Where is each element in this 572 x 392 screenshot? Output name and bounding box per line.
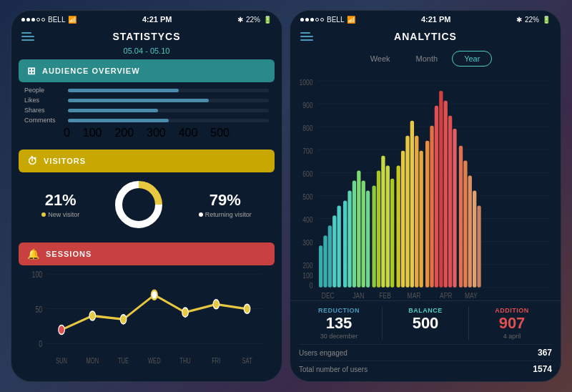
axis-400: 400	[179, 127, 198, 139]
rmenu-line-2	[300, 36, 313, 37]
svg-rect-72	[453, 129, 456, 288]
svg-text:DEC: DEC	[322, 291, 335, 300]
rdot2	[305, 18, 309, 21]
sessions-header: 🔔 SESSIONS	[19, 242, 275, 265]
bar-track-shares	[68, 109, 269, 112]
date-range: 05.04 - 05.10	[11, 46, 282, 59]
svg-rect-62	[405, 136, 409, 288]
menu-icon-right[interactable]	[300, 32, 313, 41]
svg-rect-70	[444, 101, 448, 288]
svg-text:600: 600	[302, 170, 313, 178]
svg-point-14	[213, 300, 220, 309]
svg-rect-64	[415, 136, 418, 288]
battery-icon-left: 🔋	[263, 16, 272, 24]
new-visitor-stat: 21% New visitor	[41, 191, 79, 218]
analytics-tabs: Week Month Year	[290, 46, 561, 71]
returning-visitor-dot	[199, 212, 203, 217]
bar-fill-likes	[68, 99, 209, 102]
audience-header: ⊞ AUDIENCE OVERVIEW	[19, 59, 275, 82]
menu-line-2	[21, 36, 34, 37]
time-left: 4:21 PM	[142, 15, 172, 24]
sessions-chart-svg: 100 50 0 SUN MON T	[23, 268, 270, 373]
svg-rect-60	[397, 166, 400, 288]
status-right-phone-right: ✱ 22% 🔋	[516, 16, 551, 24]
total-users-row: Total number of users 1574	[299, 361, 552, 377]
battery-left: 22%	[246, 16, 260, 24]
total-users-label: Total number of users	[299, 366, 368, 373]
donut-chart	[114, 180, 164, 230]
svg-rect-54	[366, 190, 370, 287]
audience-icon: ⊞	[27, 65, 36, 77]
svg-rect-44	[319, 245, 322, 288]
wifi-icon-right: 📶	[347, 16, 355, 24]
svg-text:MAY: MAY	[465, 291, 478, 300]
addition-label: ADDITION	[472, 307, 552, 314]
status-right-phone-left: BELL 📶	[300, 16, 355, 24]
tab-year[interactable]: Year	[452, 51, 492, 67]
menu-line-3	[21, 39, 34, 41]
left-phone-content: ⊞ AUDIENCE OVERVIEW People Likes	[11, 59, 282, 381]
svg-text:APR: APR	[440, 291, 453, 300]
page-title-right: ANALYTICS	[394, 31, 457, 42]
svg-text:400: 400	[302, 215, 313, 224]
svg-rect-67	[430, 126, 433, 288]
donut-svg	[114, 180, 164, 230]
analytics-stats: REDUCTION 135 30 december BALANCE 500 AD…	[290, 300, 561, 381]
svg-text:WED: WED	[148, 356, 161, 365]
reduction-block: REDUCTION 135 30 december	[299, 307, 379, 340]
tab-week[interactable]: Week	[359, 51, 402, 67]
svg-text:FEB: FEB	[379, 291, 391, 300]
bar-row-comments: Comments	[24, 117, 269, 124]
axis-0: 0	[64, 127, 70, 139]
svg-rect-46	[328, 225, 332, 288]
svg-text:900: 900	[302, 101, 313, 109]
left-phone: BELL 📶 4:21 PM ✱ 22% 🔋 STATISTYCS 05.04 …	[11, 10, 282, 382]
svg-rect-59	[390, 179, 394, 288]
new-visitor-dot	[41, 212, 46, 217]
balance-value: 500	[385, 314, 465, 333]
carrier-left: BELL	[48, 16, 65, 24]
svg-text:MON: MON	[87, 356, 99, 365]
svg-rect-50	[347, 190, 351, 287]
bar-row-shares: Shares	[24, 107, 269, 114]
page-title-left: STATISTYCS	[112, 31, 180, 42]
audience-title: AUDIENCE OVERVIEW	[42, 67, 140, 75]
axis-200: 200	[114, 127, 134, 139]
svg-text:700: 700	[302, 147, 313, 155]
svg-text:SUN: SUN	[56, 356, 67, 365]
svg-rect-47	[332, 215, 336, 287]
bar-label-comments: Comments	[24, 117, 64, 124]
rdot3	[310, 18, 314, 21]
svg-text:300: 300	[302, 238, 313, 247]
rdot5	[320, 18, 324, 21]
new-visitor-label: New visitor	[41, 211, 79, 218]
svg-point-13	[182, 308, 189, 317]
reduction-date: 30 december	[299, 333, 379, 340]
bar-track-likes	[68, 99, 269, 102]
wifi-icon-left: 📶	[68, 16, 77, 24]
tab-month[interactable]: Month	[405, 51, 450, 67]
svg-rect-55	[372, 186, 375, 288]
svg-rect-65	[419, 151, 423, 288]
bluetooth-icon-left: ✱	[237, 16, 243, 24]
analytics-chart-svg: 1000 900 800 700 600 500 400 300 200 100…	[296, 71, 555, 300]
carrier-right: BELL	[327, 16, 344, 24]
svg-rect-56	[377, 171, 380, 288]
svg-text:100: 100	[32, 269, 42, 279]
svg-point-12	[151, 290, 157, 300]
menu-icon-left[interactable]	[21, 32, 34, 41]
balance-label: BALANCE	[385, 307, 465, 314]
svg-rect-75	[468, 176, 472, 288]
right-phone: BELL 📶 4:21 PM ✱ 22% 🔋 ANALYTICS Week Mo…	[290, 10, 561, 382]
dot3	[31, 18, 35, 21]
bar-row-people: People	[24, 87, 269, 94]
svg-point-10	[89, 311, 96, 320]
svg-rect-71	[448, 116, 452, 288]
svg-rect-52	[357, 171, 360, 288]
bar-track-comments	[68, 119, 269, 122]
dot4	[36, 18, 40, 21]
dot1	[21, 18, 25, 21]
visitors-header: ⏱ VISITORS	[19, 150, 275, 172]
returning-visitor-stat: 79% Returning visitor	[199, 191, 252, 218]
header-right: ANALYTICS	[290, 26, 561, 46]
